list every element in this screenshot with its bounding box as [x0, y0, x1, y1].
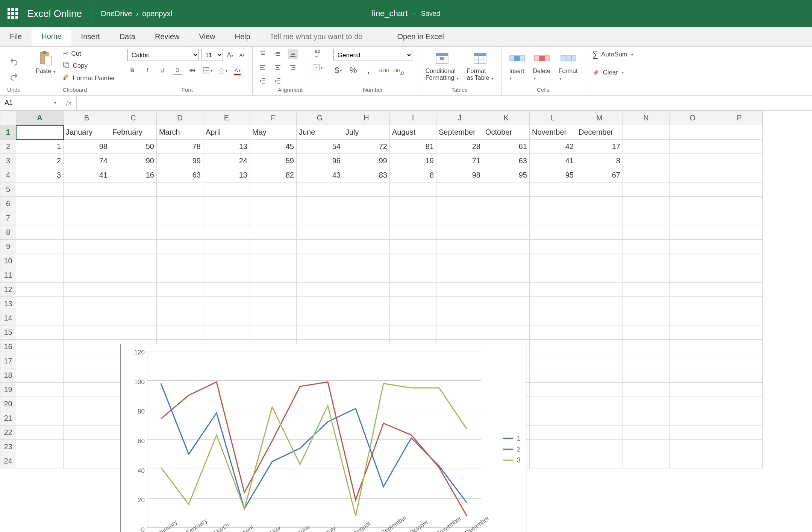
cell-P15[interactable] — [716, 325, 763, 340]
cell-C1[interactable]: February — [110, 125, 157, 140]
cell-A8[interactable] — [16, 225, 64, 240]
copy-button[interactable]: Copy — [61, 61, 116, 71]
cell-G6[interactable] — [297, 197, 343, 211]
row-header-1[interactable]: 1 — [0, 125, 16, 140]
row-header-15[interactable]: 15 — [0, 325, 16, 340]
cell-B19[interactable] — [64, 383, 110, 397]
row-header-13[interactable]: 13 — [0, 297, 16, 311]
cell-M15[interactable] — [576, 325, 623, 340]
undo-button[interactable] — [9, 57, 19, 67]
cell-I7[interactable] — [390, 211, 436, 225]
cell-L24[interactable] — [530, 454, 576, 468]
cell-O4[interactable] — [670, 168, 716, 182]
cell-L3[interactable]: 41 — [530, 154, 576, 168]
cell-N24[interactable] — [623, 454, 670, 468]
cell-B12[interactable] — [64, 283, 110, 297]
cell-L22[interactable] — [530, 426, 576, 440]
cell-C15[interactable] — [110, 325, 157, 340]
cell-G1[interactable]: June — [297, 125, 343, 140]
cell-O6[interactable] — [670, 197, 716, 211]
cell-G14[interactable] — [297, 311, 343, 325]
cell-O18[interactable] — [670, 368, 716, 383]
cell-H13[interactable] — [343, 297, 390, 311]
document-name[interactable]: line_chart — [372, 9, 408, 18]
cell-L4[interactable]: 95 — [530, 168, 576, 182]
cell-I15[interactable] — [390, 325, 436, 340]
cell-N17[interactable] — [623, 354, 670, 368]
tab-data[interactable]: Data — [110, 27, 145, 46]
cell-E9[interactable] — [203, 240, 250, 254]
cell-E8[interactable] — [203, 225, 250, 240]
cell-E15[interactable] — [203, 325, 250, 340]
cell-F8[interactable] — [250, 225, 297, 240]
cell-G11[interactable] — [297, 268, 343, 283]
cell-A5[interactable] — [16, 182, 64, 197]
borders-button[interactable]: ▾ — [203, 65, 212, 75]
cell-N11[interactable] — [623, 268, 670, 283]
cell-E12[interactable] — [203, 283, 250, 297]
grow-font-button[interactable]: A▴ — [225, 50, 235, 60]
cell-E13[interactable] — [203, 297, 250, 311]
cell-N9[interactable] — [623, 240, 670, 254]
align-center-button[interactable] — [273, 62, 283, 72]
tab-insert[interactable]: Insert — [71, 27, 110, 46]
format-as-table-button[interactable]: Formatas Table ▾ — [465, 49, 496, 83]
cell-N13[interactable] — [623, 297, 670, 311]
cell-J8[interactable] — [436, 225, 483, 240]
cell-A16[interactable] — [16, 340, 64, 354]
cell-P24[interactable] — [716, 454, 763, 468]
cell-K13[interactable] — [483, 297, 530, 311]
cell-B21[interactable] — [64, 411, 110, 426]
cell-F2[interactable]: 45 — [250, 140, 297, 154]
row-header-2[interactable]: 2 — [0, 140, 16, 154]
cell-G13[interactable] — [297, 297, 343, 311]
cell-D1[interactable]: March — [157, 125, 203, 140]
cell-A1[interactable] — [16, 125, 64, 140]
cell-N5[interactable] — [623, 182, 670, 197]
cell-L21[interactable] — [530, 411, 576, 426]
tab-help[interactable]: Help — [225, 27, 260, 46]
cell-C4[interactable]: 16 — [110, 168, 157, 182]
cell-F1[interactable]: May — [250, 125, 297, 140]
cell-O16[interactable] — [670, 340, 716, 354]
cell-H10[interactable] — [343, 254, 390, 268]
row-header-3[interactable]: 3 — [0, 154, 16, 168]
cell-L8[interactable] — [530, 225, 576, 240]
cell-C6[interactable] — [110, 197, 157, 211]
cell-J10[interactable] — [436, 254, 483, 268]
tab-file[interactable]: File — [0, 27, 32, 46]
row-header-5[interactable]: 5 — [0, 182, 16, 197]
cell-G8[interactable] — [297, 225, 343, 240]
cell-M10[interactable] — [576, 254, 623, 268]
cell-A2[interactable]: 1 — [16, 140, 64, 154]
cell-G5[interactable] — [297, 182, 343, 197]
cell-J1[interactable]: September — [436, 125, 483, 140]
row-header-11[interactable]: 11 — [0, 268, 16, 283]
bold-button[interactable]: B — [127, 65, 137, 75]
cell-E5[interactable] — [203, 182, 250, 197]
tab-review[interactable]: Review — [145, 27, 189, 46]
cell-P18[interactable] — [716, 368, 763, 383]
row-header-9[interactable]: 9 — [0, 240, 16, 254]
cell-K8[interactable] — [483, 225, 530, 240]
italic-button[interactable]: I — [142, 65, 152, 75]
cell-J6[interactable] — [436, 197, 483, 211]
cell-N8[interactable] — [623, 225, 670, 240]
cell-G10[interactable] — [297, 254, 343, 268]
underline-button[interactable]: U — [158, 65, 167, 75]
spreadsheet[interactable]: ABCDEFGHIJKLMNOP1JanuaryFebruaryMarchApr… — [0, 111, 812, 468]
cell-M12[interactable] — [576, 283, 623, 297]
cell-J5[interactable] — [436, 182, 483, 197]
cell-D4[interactable]: 63 — [157, 168, 203, 182]
cell-P6[interactable] — [716, 197, 763, 211]
cell-D7[interactable] — [157, 211, 203, 225]
cell-M1[interactable]: December — [576, 125, 623, 140]
open-in-excel-button[interactable]: Open in Excel — [387, 27, 454, 46]
column-header-G[interactable]: G — [297, 111, 343, 125]
cell-B5[interactable] — [64, 182, 110, 197]
cell-B6[interactable] — [64, 197, 110, 211]
font-color-button[interactable]: A▾ — [233, 65, 242, 75]
row-header-4[interactable]: 4 — [0, 168, 16, 182]
cell-M22[interactable] — [576, 426, 623, 440]
cell-P22[interactable] — [716, 426, 763, 440]
